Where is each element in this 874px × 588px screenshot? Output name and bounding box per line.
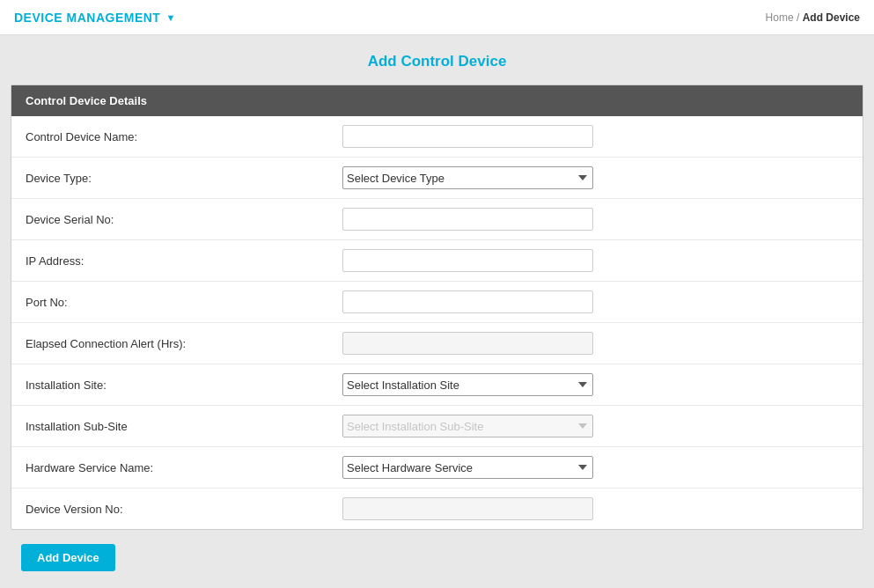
input-ip-address[interactable] [342, 249, 593, 272]
breadcrumb-separator: / [797, 11, 799, 24]
add-device-button[interactable]: Add Device [21, 544, 115, 571]
field-row-ip-address: IP Address: [11, 240, 863, 282]
breadcrumb: Home / Add Device [766, 11, 860, 24]
label-device-version-no: Device Version No: [26, 503, 342, 516]
label-device-serial-no: Device Serial No: [26, 213, 342, 226]
page-title: Add Control Device [11, 53, 863, 70]
input-device-serial-no[interactable] [342, 208, 593, 231]
field-row-installation-sub-site: Installation Sub-Site Select Installatio… [11, 406, 863, 447]
main-content: Add Control Device Control Device Detail… [0, 35, 874, 588]
input-device-version-no [342, 497, 593, 520]
label-hardware-service-name: Hardware Service Name: [26, 461, 342, 474]
label-installation-sub-site: Installation Sub-Site [26, 420, 342, 433]
field-row-device-type: Device Type: Select Device Type [11, 158, 863, 199]
input-port-no[interactable] [342, 290, 593, 313]
field-row-device-version-no: Device Version No: [11, 489, 863, 529]
label-port-no: Port No: [26, 296, 342, 309]
select-hardware-service-name[interactable]: Select Hardware Service [342, 456, 593, 479]
label-elapsed-connection-alert: Elapsed Connection Alert (Hrs): [26, 337, 342, 350]
label-device-type: Device Type: [26, 172, 342, 185]
field-row-device-serial-no: Device Serial No: [11, 199, 863, 240]
breadcrumb-home[interactable]: Home [766, 11, 794, 24]
topbar: DEVICE MANAGEMENT ▼ Home / Add Device [0, 0, 874, 35]
field-row-hardware-service-name: Hardware Service Name: Select Hardware S… [11, 447, 863, 489]
breadcrumb-current: Add Device [803, 11, 860, 24]
label-control-device-name: Control Device Name: [26, 130, 342, 143]
topbar-left: DEVICE MANAGEMENT ▼ [14, 11, 175, 25]
label-installation-site: Installation Site: [26, 379, 342, 392]
app-title[interactable]: DEVICE MANAGEMENT [14, 11, 160, 25]
field-row-port-no: Port No: [11, 282, 863, 323]
card-header: Control Device Details [11, 85, 863, 116]
select-device-type[interactable]: Select Device Type [342, 166, 593, 189]
select-installation-site[interactable]: Select Installation Site [342, 373, 593, 396]
input-control-device-name[interactable] [342, 125, 593, 148]
dropdown-arrow-icon[interactable]: ▼ [165, 12, 175, 23]
label-ip-address: IP Address: [26, 254, 342, 268]
form-card: Control Device Details Control Device Na… [11, 85, 863, 530]
select-installation-sub-site: Select Installation Sub-Site [342, 415, 593, 437]
field-row-elapsed-connection-alert: Elapsed Connection Alert (Hrs): [11, 323, 863, 364]
field-row-installation-site: Installation Site: Select Installation S… [11, 364, 863, 406]
field-row-control-device-name: Control Device Name: [11, 116, 863, 158]
input-elapsed-connection-alert [342, 332, 593, 355]
